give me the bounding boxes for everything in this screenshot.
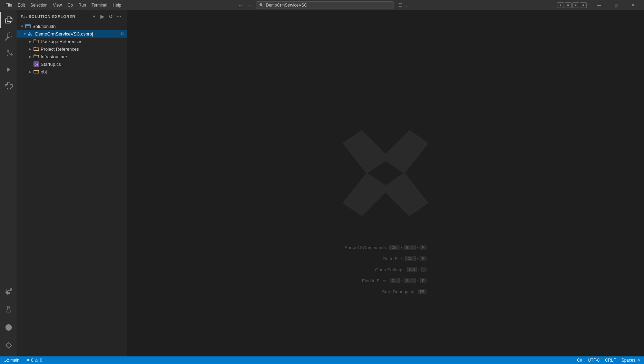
nav-back-button[interactable]: ←: [237, 2, 244, 9]
kbd-p: P: [420, 245, 426, 250]
layout-toggle-button[interactable]: ☷: [397, 2, 403, 8]
menu-view[interactable]: View: [50, 1, 65, 9]
statusbar-right: C# UTF-8 CRLF Spaces: 4: [576, 356, 641, 364]
shortcut-open-settings: Open Settings Ctrl + ,: [375, 267, 427, 272]
solution-label: Solution.sln: [32, 24, 124, 29]
layout-btn-2[interactable]: ■: [565, 2, 572, 8]
tree-item-startup[interactable]: ► C# Startup.cs: [17, 60, 127, 68]
statusbar-branch[interactable]: ⎇ main: [3, 356, 21, 364]
diamond-icon: [5, 342, 12, 349]
activity-item-search[interactable]: [0, 28, 17, 45]
shortcuts-panel: Show All Commands Ctrl + Shift + P Go to…: [344, 245, 426, 294]
activity-item-explorer[interactable]: [0, 12, 17, 28]
csharp-icon: C#: [33, 61, 39, 67]
menu-run[interactable]: Run: [76, 1, 89, 9]
tree-item-infrastructure[interactable]: ► Infrastructure: [17, 53, 127, 60]
project-label: DemoCrmServiceVSC.csproj: [35, 31, 121, 37]
activity-bar-bottom: [0, 283, 17, 356]
svg-text:C#: C#: [35, 63, 38, 66]
tree-item-project[interactable]: ▼ 🖧 DemoCrmServiceVSC.csproj ⧉: [17, 30, 127, 38]
menu-go[interactable]: Go: [65, 1, 76, 9]
layout-btn-1[interactable]: ■: [557, 2, 564, 8]
kbd-ctrl: Ctrl: [389, 245, 399, 250]
kbd-shift: Shift: [404, 245, 416, 250]
kbd-ctrl: Ctrl: [407, 267, 417, 272]
shortcut-keys-find: Ctrl + Shift + F: [390, 278, 427, 283]
statusbar: ⎇ main ✕ 0 ⚠ 0 C# UTF-8 CRLF Spaces: 4: [0, 356, 644, 364]
layout-btn-4[interactable]: ■: [580, 2, 587, 8]
menu-edit[interactable]: Edit: [15, 1, 28, 9]
chevron-down-icon: ▼: [22, 31, 28, 37]
statusbar-errors[interactable]: ✕ 0 ⚠ 0: [25, 356, 43, 364]
shortcut-label-find: Find in Files: [362, 278, 386, 283]
search-bar-container: ← → 🔍 DemoCrmServiceVSC ☷ ⌄: [237, 1, 408, 9]
statusbar-language[interactable]: C#: [576, 356, 584, 364]
warning-icon: ⚠: [35, 358, 39, 363]
activity-item-test[interactable]: [0, 301, 17, 318]
kbd-ctrl: Ctrl: [390, 278, 400, 283]
kbd-p: P: [420, 256, 426, 261]
sidebar-header: F#: Solution Explorer + ▶ ↺ ···: [17, 10, 127, 22]
shortcut-show-all-commands: Show All Commands Ctrl + Shift + P: [344, 245, 426, 250]
sidebar-actions: + ▶ ↺ ···: [91, 13, 123, 20]
branch-name: main: [10, 358, 19, 363]
error-count: 0: [31, 358, 33, 363]
shortcut-keys-show-commands: Ctrl + Shift + P: [389, 245, 426, 250]
statusbar-line-ending[interactable]: CRLF: [604, 356, 617, 364]
sidebar: F#: Solution Explorer + ▶ ↺ ··· ▼ Solu: [17, 10, 127, 356]
statusbar-spaces[interactable]: Spaces: 4: [620, 356, 641, 364]
chevron-right-icon: ►: [28, 46, 33, 52]
branch-icon: ⎇: [4, 358, 9, 363]
vscode-watermark: [337, 125, 434, 222]
project-action-icon[interactable]: ⧉: [121, 31, 124, 37]
main-content: Show All Commands Ctrl + Shift + P Go to…: [127, 10, 644, 356]
source-control-icon: [4, 49, 13, 57]
search-input[interactable]: 🔍 DemoCrmServiceVSC: [256, 1, 394, 9]
add-button[interactable]: +: [91, 13, 98, 20]
chevron-right-icon: ►: [28, 39, 33, 44]
menu-bar: File Edit Selection View Go Run Terminal…: [3, 1, 124, 9]
nav-forward-button[interactable]: →: [246, 2, 253, 9]
shortcut-keys-goto-file: Ctrl + P: [406, 256, 427, 261]
search-icon: 🔍: [259, 3, 264, 8]
activity-item-extensions[interactable]: [0, 78, 17, 94]
maximize-button[interactable]: □: [608, 0, 624, 10]
shortcut-keys-settings: Ctrl + ,: [407, 267, 427, 272]
activity-item-remote[interactable]: [0, 283, 17, 300]
tree-item-obj[interactable]: ► obj: [17, 68, 127, 75]
tree-item-project-refs[interactable]: ► Project References: [17, 45, 127, 53]
refresh-button[interactable]: ↺: [107, 13, 114, 20]
activity-item-diamond[interactable]: [0, 337, 17, 354]
svg-text:🖧: 🖧: [28, 31, 33, 37]
folder-icon: [33, 53, 39, 60]
activity-item-run[interactable]: [0, 61, 17, 78]
run-button[interactable]: ▶: [99, 13, 106, 20]
layout-buttons: ■ ■ ■ ■: [557, 2, 587, 8]
tree-item-solution[interactable]: ▼ Solution.sln: [17, 22, 127, 30]
shortcut-label-settings: Open Settings: [375, 267, 403, 272]
encoding-label: UTF-8: [588, 358, 599, 363]
tree-item-package-refs[interactable]: ► Package References: [17, 38, 127, 45]
titlebar: File Edit Selection View Go Run Terminal…: [0, 0, 644, 10]
menu-help[interactable]: Help: [110, 1, 124, 9]
search-text: DemoCrmServiceVSC: [266, 3, 307, 8]
obj-label: obj: [41, 69, 124, 74]
close-button[interactable]: ✕: [625, 0, 641, 10]
activity-item-deploy[interactable]: [0, 319, 17, 336]
activity-item-source-control[interactable]: [0, 45, 17, 61]
warning-count: 0: [40, 358, 42, 363]
infrastructure-label: Infrastructure: [41, 54, 124, 59]
minimize-button[interactable]: —: [591, 0, 607, 10]
menu-file[interactable]: File: [3, 1, 15, 9]
chevron-down-icon: ▼: [19, 23, 25, 29]
project-refs-label: Project References: [41, 47, 124, 52]
menu-terminal[interactable]: Terminal: [89, 1, 110, 9]
layout-btn-3[interactable]: ■: [572, 2, 579, 8]
menu-selection[interactable]: Selection: [28, 1, 50, 9]
statusbar-encoding[interactable]: UTF-8: [586, 356, 601, 364]
shortcut-go-to-file: Go to File Ctrl + P: [382, 256, 426, 261]
package-refs-label: Package References: [41, 39, 124, 44]
kbd-f5: F5: [418, 289, 427, 294]
layout-chevron-button[interactable]: ⌄: [405, 3, 408, 7]
more-button[interactable]: ···: [116, 13, 123, 20]
